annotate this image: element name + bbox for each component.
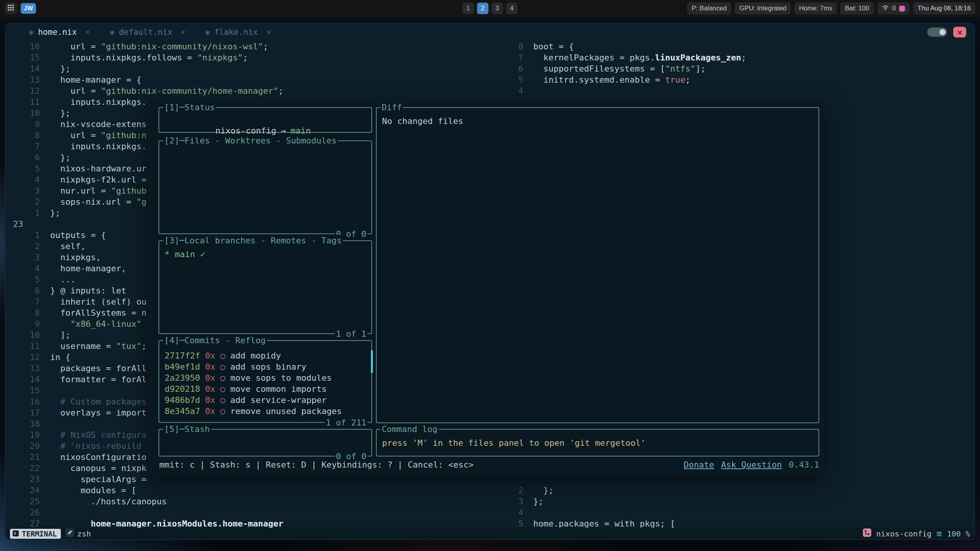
code-text: outputs = {	[50, 230, 106, 241]
ask-question-link[interactable]: Ask Question	[721, 459, 782, 470]
commit-message: add mopidy	[230, 351, 281, 360]
line-number: 8	[13, 307, 40, 318]
topbar-status-group: P: BalancedGPU: IntegratedHome: 7msBat: …	[687, 2, 874, 15]
workspace-button[interactable]: 3	[492, 3, 503, 14]
code-line: 3};	[501, 496, 675, 507]
code-text: };	[50, 63, 70, 74]
line-number: 17	[13, 407, 40, 418]
code-text: inputs.nixpkgs.	[50, 141, 147, 152]
commit-row[interactable]: d9202180x○move common imports	[165, 383, 366, 395]
nix-snowflake-icon: ✻	[29, 28, 33, 36]
code-text: };	[533, 485, 554, 496]
lazygit-keybar: mmit: c | Stash: s | Reset: D | Keybindi…	[159, 459, 819, 470]
line-number: 21	[13, 452, 40, 463]
line-number: 23	[13, 218, 40, 230]
commit-row[interactable]: 2a239500x○move sops to modules	[165, 372, 366, 383]
topbar-status-chip: Home: 7ms	[794, 2, 837, 15]
lazygit-status-panel[interactable]: [1]─Status nixos-config→main	[158, 107, 372, 133]
code-text: inputs.nixpkgs.follows = "nixpkgs";	[50, 52, 248, 63]
system-tray[interactable]: 0	[877, 2, 910, 15]
commit-author: 0x	[205, 395, 216, 405]
code-text: home-manager,	[50, 263, 126, 274]
commit-row[interactable]: b49ef1d0x○add sops binary	[165, 361, 366, 372]
line-number: 10	[13, 329, 40, 341]
code-line: 7 kernelPackages = pkgs.linuxPackages_ze…	[501, 52, 746, 63]
code-line: 5 initrd.systemd.enable = true;	[501, 74, 746, 85]
workspace-button[interactable]: 2	[477, 3, 488, 14]
list-icon: ≡	[936, 530, 942, 538]
editor-tab[interactable]: ✻default.nix×	[100, 23, 195, 41]
commits-scrollbar[interactable]	[371, 350, 373, 373]
editor-tabline: ✻home.nix×✻default.nix×✻flake.nix×	[5, 23, 975, 41]
commit-row[interactable]: 9486b7d0x○add service-wrapper	[165, 395, 366, 406]
commit-row[interactable]: 8e345a70x○remove unused packages	[165, 406, 366, 417]
line-number: 26	[13, 507, 40, 518]
repo-name: nixos-config	[215, 126, 276, 135]
line-number: 2	[13, 196, 40, 207]
code-text: # 'nixos-rebuild	[50, 440, 141, 452]
panel-title: Command log	[381, 424, 439, 435]
code-pane-right-top: 8boot = {7 kernelPackages = pkgs.linuxPa…	[501, 41, 746, 96]
lazygit-command-log-panel[interactable]: Command log press 'M' in the files panel…	[376, 429, 819, 456]
panel-title: [3]─Local branches - Remotes - Tags	[163, 235, 343, 246]
panel-title: [5]─Stash	[163, 424, 211, 435]
line-number: 8	[13, 130, 40, 141]
editor-tab[interactable]: ✻flake.nix×	[195, 23, 281, 41]
lazygit-branches-panel[interactable]: [3]─Local branches - Remotes - Tags 1 of…	[158, 240, 372, 334]
keyboard-layout-badge[interactable]: JW	[21, 3, 36, 14]
line-number: 23	[13, 474, 40, 485]
app-launcher-button[interactable]	[5, 2, 17, 15]
window-toggle[interactable]	[927, 28, 947, 37]
code-text: username = "tux";	[50, 341, 147, 352]
code-text: };	[50, 207, 60, 218]
code-line: 2 };	[501, 485, 675, 496]
line-number: 11	[13, 96, 40, 108]
clock[interactable]: Thu Aug 08, 18:16	[913, 2, 975, 15]
line-number: 12	[13, 85, 40, 96]
tab-close-button[interactable]: ×	[85, 28, 90, 37]
commit-hash: 2717f2f	[165, 351, 200, 360]
code-text: "x86_64-linux"	[50, 318, 141, 329]
commit-author: 0x	[205, 362, 216, 372]
panel-title: [4]─Commits - Reflog	[163, 335, 267, 346]
commit-row[interactable]: 2717f2f0x○add mopidy	[165, 350, 366, 361]
commit-hash: 2a23950	[165, 373, 200, 383]
panel-count: 1 of 211	[325, 417, 368, 428]
current-branch: main	[291, 126, 311, 135]
line-number: 8	[501, 41, 523, 52]
lazygit-files-panel[interactable]: [2]─Files - Worktrees - Submodules 0 of …	[158, 140, 372, 234]
apps-grid-icon	[7, 4, 14, 13]
code-text: self,	[50, 241, 86, 252]
scroll-percent: 100 %	[947, 529, 970, 538]
code-text: };	[533, 496, 544, 507]
workspace-button[interactable]: 4	[506, 3, 518, 14]
lazygit-commits-panel[interactable]: [4]─Commits - Reflog 1 of 211 2717f2f0x○…	[158, 340, 372, 423]
lazygit-stash-panel[interactable]: [5]─Stash 0 of 0	[158, 429, 372, 456]
editor-tab[interactable]: ✻home.nix×	[19, 23, 100, 41]
line-number: 14	[13, 374, 40, 385]
line-number: 14	[13, 63, 40, 74]
panel-count: 1 of 1	[335, 328, 368, 339]
code-text: supportedFilesystems = ["ntfs"];	[533, 63, 706, 74]
commit-graph-bullet: ○	[220, 373, 225, 383]
code-text: };	[50, 152, 70, 163]
window-close-button[interactable]: ×	[953, 27, 966, 37]
repo-icon	[863, 528, 871, 539]
line-number: 4	[501, 85, 523, 96]
tab-label: default.nix	[119, 28, 172, 37]
commit-graph-bullet: ○	[220, 384, 225, 394]
line-number: 4	[501, 507, 523, 518]
line-number: 10	[13, 108, 40, 119]
tab-close-button[interactable]: ×	[266, 28, 271, 37]
code-text: sops-nix.url = "g	[50, 196, 147, 207]
workspace-button[interactable]: 1	[462, 3, 474, 14]
line-number: 2	[501, 485, 523, 496]
tab-close-button[interactable]: ×	[181, 28, 186, 37]
donate-link[interactable]: Donate	[684, 459, 714, 470]
line-number: 7	[13, 141, 40, 152]
code-text: ./hosts/canopus	[50, 496, 167, 507]
lazygit-diff-panel[interactable]: Diff No changed files	[376, 107, 819, 423]
line-number: 5	[13, 274, 40, 285]
top-bar: JW 1234 P: BalancedGPU: IntegratedHome: …	[0, 0, 980, 17]
line-number: 6	[501, 63, 523, 74]
